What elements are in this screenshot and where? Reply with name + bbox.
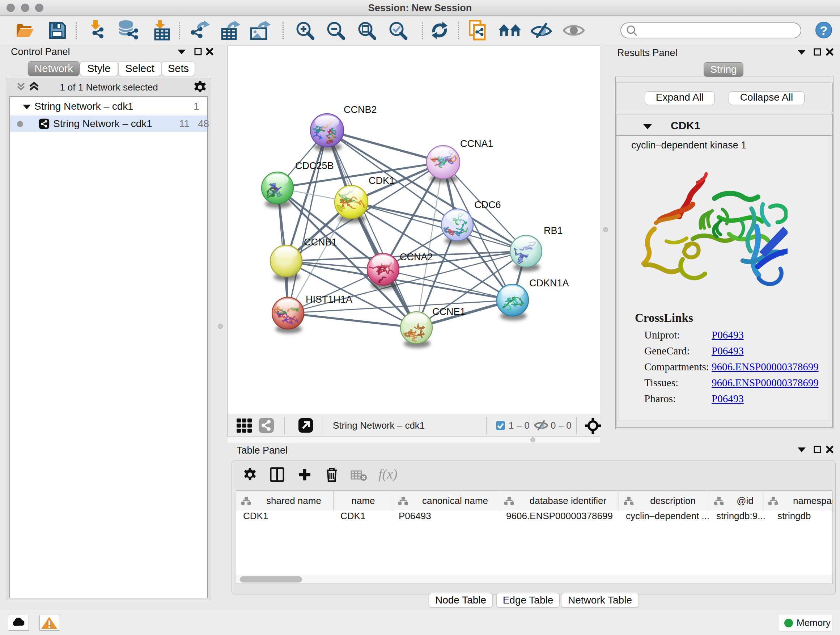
svg-text:CCNE1: CCNE1 <box>432 306 466 317</box>
svg-text:CCNB1: CCNB1 <box>304 237 337 248</box>
svg-text:CCNB2: CCNB2 <box>344 104 377 115</box>
svg-text:CDK1: CDK1 <box>369 175 395 186</box>
svg-text:CDKN1A: CDKN1A <box>529 278 569 288</box>
svg-text:CCNA2: CCNA2 <box>400 252 433 263</box>
svg-text:CCNA1: CCNA1 <box>460 138 493 149</box>
svg-text:HIST1H1A: HIST1H1A <box>306 294 352 305</box>
svg-text:CDC6: CDC6 <box>474 200 501 211</box>
svg-text:RB1: RB1 <box>544 225 563 236</box>
svg-text:CDC25B: CDC25B <box>295 160 334 171</box>
